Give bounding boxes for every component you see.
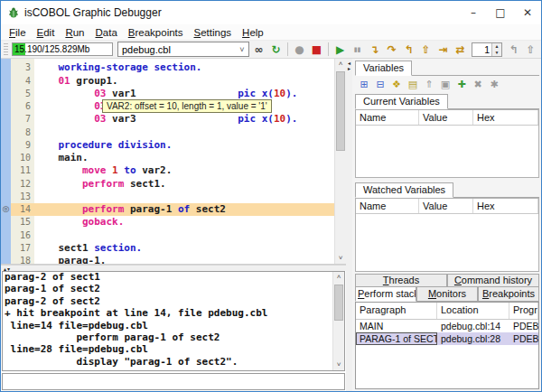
tab-monitors[interactable]: Monitors <box>416 286 478 302</box>
breakpoint-gutter[interactable] <box>1 100 11 113</box>
column-header-paragraph[interactable]: Paragraph <box>356 303 437 319</box>
maximize-button[interactable]: □ <box>487 3 514 23</box>
horizontal-splitter[interactable]: ▴ ▾ <box>1 265 346 271</box>
column-header-value[interactable]: Value <box>419 110 473 125</box>
tab-watched-variables[interactable]: Watched Variables <box>355 182 453 198</box>
spinner-down-icon[interactable]: ▼ <box>492 50 501 56</box>
code-editor[interactable]: 23 working-storage section.4 01 group1.5… <box>1 59 346 265</box>
chevron-down-icon[interactable]: ˅ <box>236 45 248 54</box>
current-variables-body[interactable] <box>356 126 538 177</box>
scroll-up-icon[interactable]: ˄ <box>333 272 344 283</box>
show-on-screen-icon[interactable]: ▣ <box>438 78 453 91</box>
breakpoint-gutter[interactable] <box>1 75 11 88</box>
debug-console[interactable]: parag-2 of sect1parag-1 of sect2parag-2 … <box>2 271 345 371</box>
menu-item-breakpoints[interactable]: Breakpoints <box>123 27 189 38</box>
spinner-up-icon[interactable]: ▲ <box>492 43 501 50</box>
add-watch-icon[interactable]: ✚ <box>454 78 469 91</box>
column-header-name[interactable]: Name <box>356 110 419 125</box>
pause-icon[interactable]: ▮▮ <box>349 42 366 57</box>
column-header-name[interactable]: Name <box>356 199 419 213</box>
menu-item-file[interactable]: File <box>4 27 32 38</box>
tab-command-history[interactable]: Command history <box>447 274 539 287</box>
breakpoint-gutter[interactable] <box>1 61 11 74</box>
step-over-icon[interactable]: ↴ <box>366 42 383 57</box>
parent-group-icon[interactable]: ⇑ <box>422 78 436 91</box>
menu-item-edit[interactable]: Edit <box>32 27 61 38</box>
tab-current-variables[interactable]: Current Variables <box>355 94 448 109</box>
code-line-text[interactable]: move 1 to var2. <box>34 164 334 177</box>
console-scrollbar-thumb[interactable] <box>334 285 343 321</box>
continue-icon[interactable]: ▶ <box>332 42 349 57</box>
column-header-program[interactable]: Program <box>509 303 538 319</box>
code-line-text[interactable]: goback. <box>34 216 334 229</box>
code-line-text[interactable]: 03 var3 pic x(10). <box>34 113 334 126</box>
watched-variables-body[interactable] <box>356 214 538 271</box>
breakpoint-gutter[interactable] <box>1 152 11 164</box>
code-line-text[interactable]: working-storage section. <box>34 61 334 74</box>
step-count-spinner[interactable]: 1 ▲ ▼ <box>472 42 502 57</box>
scroll-down-icon[interactable]: ˅ <box>333 359 344 370</box>
stack-row[interactable]: PARAG-1 of SECT2pdebug.cbl:28PDEBUG <box>356 332 538 345</box>
editor-scrollbar-thumb[interactable] <box>336 71 345 151</box>
command-input[interactable] <box>2 373 345 390</box>
breakpoint-gutter[interactable] <box>1 229 11 242</box>
breakpoint-gutter[interactable] <box>1 178 11 191</box>
tab-perform-stack[interactable]: Perform stack <box>355 286 416 302</box>
code-line-text[interactable]: parag-1. <box>34 255 334 265</box>
breakpoint-gutter[interactable] <box>1 255 11 265</box>
close-button[interactable]: ✕ <box>514 3 541 23</box>
code-line-text[interactable]: perform sect1. <box>34 178 334 191</box>
column-header-location[interactable]: Location <box>437 303 509 319</box>
toolbar-grip[interactable] <box>4 43 8 56</box>
breakpoint-gutter[interactable] <box>1 139 11 152</box>
tab-breakpoints[interactable]: Breakpoints <box>478 286 539 302</box>
stop-icon[interactable]: ■ <box>308 42 325 57</box>
stack-row[interactable]: MAINpdebug.cbl:14PDEBUG <box>356 320 538 332</box>
code-line-text[interactable] <box>34 126 334 139</box>
remove-watch-icon[interactable]: ✖ <box>471 78 485 91</box>
menu-item-data[interactable]: Data <box>89 27 122 38</box>
expand-all-icon[interactable]: ⊞ <box>357 78 371 91</box>
code-line-text[interactable] <box>34 229 334 242</box>
tab-variables[interactable]: Variables <box>355 61 412 76</box>
code-line-text[interactable] <box>34 191 334 203</box>
link-variables-icon[interactable]: ❖ <box>389 78 404 91</box>
step-out-icon[interactable]: ⇧ <box>417 42 435 57</box>
step-into-icon[interactable]: ↰ <box>400 42 417 57</box>
breakpoint-gutter[interactable] <box>1 216 11 229</box>
code-line-text[interactable]: perform parag-1 of sect2 <box>34 203 334 216</box>
scroll-up-icon[interactable]: ˄ <box>335 59 346 70</box>
menu-item-run[interactable]: Run <box>60 27 89 38</box>
run-icon[interactable]: ● <box>291 42 308 57</box>
splitter-right-icon[interactable]: ▸ <box>348 66 350 71</box>
breakpoint-gutter[interactable] <box>1 88 11 100</box>
code-line-text[interactable]: 03 var1 pic x(10). <box>34 88 334 100</box>
notes-icon[interactable]: ▤ <box>406 78 420 91</box>
breakpoint-gutter[interactable] <box>1 164 11 177</box>
console-scrollbar[interactable]: ˄ ˅ <box>332 272 344 370</box>
remove-all-watches-icon[interactable]: ✱ <box>487 78 501 91</box>
code-line-text[interactable]: main. <box>34 152 334 164</box>
editor-scrollbar[interactable]: ˄ ˅ <box>334 59 346 264</box>
code-line-text[interactable]: 01 group1. <box>34 75 334 88</box>
collapse-all-icon[interactable]: ⊟ <box>373 78 388 91</box>
column-header-value[interactable]: Value <box>419 199 473 213</box>
file-selector[interactable]: pdebug.cbl ˅ <box>117 42 249 57</box>
step-into-n-icon[interactable]: ↰ <box>505 42 522 57</box>
minimize-button[interactable]: – <box>460 3 487 23</box>
vertical-splitter[interactable]: ◂ ▸ <box>346 59 352 391</box>
breakpoint-gutter[interactable] <box>1 126 11 139</box>
breakpoint-gutter[interactable] <box>1 113 11 126</box>
menu-item-help[interactable]: Help <box>237 27 269 38</box>
run-to-cursor-icon[interactable]: ⇥ <box>435 42 452 57</box>
code-line-text[interactable]: sect1 section. <box>34 242 334 255</box>
column-header-hex[interactable]: Hex <box>473 199 538 213</box>
breakpoint-gutter[interactable] <box>1 191 11 203</box>
code-line-text[interactable]: procedure division. <box>34 139 334 152</box>
scroll-down-icon[interactable]: ˅ <box>335 253 346 264</box>
restart-icon[interactable]: ↻ <box>267 42 285 57</box>
column-header-hex[interactable]: Hex <box>473 110 538 125</box>
step-return-icon[interactable]: ↷ <box>383 42 400 57</box>
menu-item-settings[interactable]: Settings <box>189 27 238 38</box>
skip-icon[interactable]: ⇄ <box>452 42 469 57</box>
